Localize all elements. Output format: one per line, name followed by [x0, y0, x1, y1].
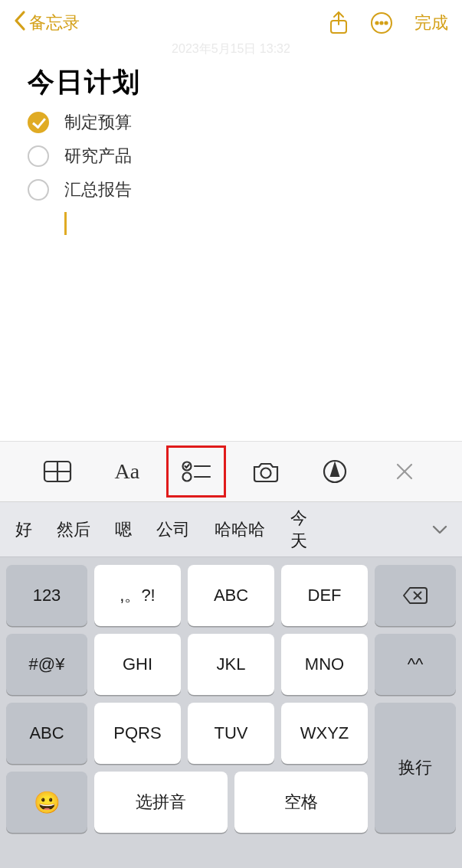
key-backspace[interactable] — [375, 565, 456, 626]
suggestion[interactable]: 公司 — [144, 518, 202, 541]
key-face[interactable]: ^^ — [375, 634, 456, 695]
key-mno[interactable]: MNO — [281, 634, 368, 695]
checklist-button[interactable] — [173, 452, 219, 491]
key-jkl[interactable]: JKL — [188, 634, 274, 695]
share-icon[interactable] — [329, 11, 349, 35]
suggestion[interactable]: 今天 — [277, 507, 320, 553]
key-wxyz[interactable]: WXYZ — [281, 703, 368, 764]
more-icon[interactable] — [370, 11, 393, 34]
key-def[interactable]: DEF — [281, 565, 368, 626]
svg-point-12 — [260, 468, 270, 478]
markup-button[interactable] — [312, 452, 358, 491]
expand-suggestions-icon[interactable] — [421, 520, 459, 540]
key-emoji[interactable]: 😀 — [6, 772, 87, 833]
key-row: #@¥ GHI JKL MNO ^^ — [6, 634, 456, 695]
checklist-item[interactable]: 汇总报告 — [28, 178, 434, 201]
checklist-text[interactable]: 研究产品 — [64, 145, 132, 168]
key-punct[interactable]: ,。?! — [94, 565, 181, 626]
checkbox-checked-icon[interactable] — [28, 112, 49, 133]
back-label: 备忘录 — [29, 11, 80, 34]
key-pqrs[interactable]: PQRS — [94, 703, 181, 764]
key-row-bottom: ABC 😀 PQRS TUV WXYZ 选拼音 空格 换行 — [6, 703, 456, 833]
note-title[interactable]: 今日计划 — [28, 64, 434, 100]
checkbox-unchecked-icon[interactable] — [28, 145, 49, 167]
done-button[interactable]: 完成 — [414, 11, 448, 34]
suggestion[interactable]: 然后 — [44, 518, 103, 541]
text-format-button[interactable]: Aa — [104, 452, 150, 491]
key-symbols[interactable]: #@¥ — [6, 634, 87, 695]
table-button[interactable] — [34, 452, 80, 491]
nav-header: 备忘录 完成 — [0, 0, 462, 46]
checkbox-unchecked-icon[interactable] — [28, 179, 49, 201]
key-abc[interactable]: ABC — [188, 565, 274, 626]
checklist-text[interactable]: 制定预算 — [64, 111, 132, 134]
key-abc-mode[interactable]: ABC — [6, 703, 87, 764]
svg-point-10 — [183, 473, 192, 481]
svg-point-2 — [375, 21, 378, 24]
key-row: 123 ,。?! ABC DEF — [6, 565, 456, 626]
note-body[interactable]: 今日计划 制定预算 研究产品 汇总报告 — [0, 57, 462, 235]
header-actions: 完成 — [329, 11, 448, 35]
chevron-left-icon — [14, 10, 26, 37]
suggestion[interactable]: 好 — [3, 518, 44, 541]
key-tuv[interactable]: TUV — [188, 703, 274, 764]
keyboard: 好 然后 嗯 公司 哈哈哈 今天 123 ,。?! ABC DEF #@¥ GH… — [0, 502, 462, 868]
checklist-item[interactable]: 研究产品 — [28, 145, 434, 168]
keypad: 123 ,。?! ABC DEF #@¥ GHI JKL MNO ^^ ABC … — [0, 557, 462, 833]
svg-point-4 — [385, 21, 387, 24]
key-123[interactable]: 123 — [6, 565, 87, 626]
suggestion[interactable]: 嗯 — [103, 518, 144, 541]
close-keyboard-button[interactable] — [382, 452, 428, 491]
checklist-item[interactable]: 制定预算 — [28, 111, 434, 134]
format-toolbar: Aa — [0, 441, 462, 502]
timestamp: 2023年5月15日 13:32 — [0, 41, 462, 57]
suggestion-bar: 好 然后 嗯 公司 哈哈哈 今天 — [0, 502, 462, 557]
suggestion[interactable]: 哈哈哈 — [202, 518, 277, 541]
key-return[interactable]: 换行 — [375, 703, 456, 833]
key-pinyin[interactable]: 选拼音 — [94, 772, 228, 833]
text-cursor — [64, 212, 67, 235]
key-space[interactable]: 空格 — [234, 772, 368, 833]
back-button[interactable]: 备忘录 — [14, 10, 80, 37]
checklist-text[interactable]: 汇总报告 — [64, 178, 132, 201]
camera-button[interactable] — [243, 452, 289, 491]
svg-point-3 — [380, 21, 382, 24]
key-ghi[interactable]: GHI — [94, 634, 181, 695]
